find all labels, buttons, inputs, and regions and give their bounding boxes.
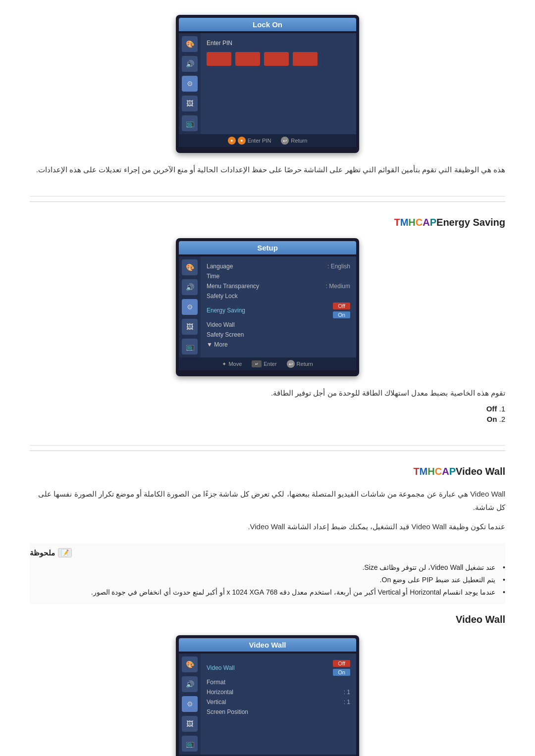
- vw-title-letter-M: M: [420, 466, 428, 477]
- setup-sidebar-icon-2: 🔊: [182, 279, 198, 295]
- video-wall-description2: عندما تكون وظيفة Video Wall قيد التشغيل،…: [30, 520, 505, 533]
- move-icon: ✦: [222, 361, 226, 367]
- menu-row-time: Time: [207, 271, 350, 281]
- energy-off-badge: Off: [333, 302, 350, 309]
- menu-transparency-label: Menu Transparency: [207, 283, 259, 290]
- menu-transparency-value: : Medium: [326, 283, 350, 290]
- vw-vertical-label: Vertical: [207, 699, 226, 706]
- menu-row-language: Language : English: [207, 261, 350, 271]
- note-title: 📝 ملحوظة: [30, 548, 505, 557]
- vw-format-label: Format: [207, 679, 225, 686]
- vw-title-letter-A: A: [442, 466, 449, 477]
- vw-sidebar-icon-1: 🎨: [182, 656, 198, 672]
- vw-horizontal-value: : 1: [344, 689, 350, 696]
- energy-saving-description: تقوم هذه الخاصية بضبط معدل استهلاك الطاق…: [30, 386, 505, 400]
- title-letter-A: A: [423, 217, 429, 228]
- pin-box-3: [264, 52, 289, 66]
- note-box: 📝 ملحوظة عند تشغيل Video Wall، لن تتوفر …: [30, 543, 505, 604]
- setup-title: Setup: [179, 241, 356, 254]
- vw-off-badge: Off: [333, 660, 350, 667]
- video-wall-tv-mockup: Video Wall 🎨 🔊 ⚙ 🖼 📺 Video Wall Off On: [176, 635, 359, 756]
- vw-sidebar-icon-5: 📺: [182, 736, 198, 752]
- option-off-label: Off: [486, 404, 497, 413]
- vw-sidebar-icon-2: 🔊: [182, 676, 198, 692]
- time-label: Time: [207, 273, 219, 280]
- setup-sidebar: 🎨 🔊 ⚙ 🖼 📺: [179, 256, 201, 357]
- video-wall-title: TMHCAPVideo Wall: [30, 466, 505, 477]
- move-btn: ✦ Move: [222, 360, 242, 368]
- energy-saving-options: Off .1 On .2: [30, 404, 505, 423]
- enter-pin-label-row: Enter PIN: [207, 38, 350, 48]
- video-wall-sub-title: Video Wall: [30, 614, 505, 625]
- pin-boxes-container: [207, 52, 350, 66]
- title-letter-C: C: [416, 217, 423, 228]
- note-item-3: عندما يوجد انقسام Horizontal أو Vertical…: [30, 586, 505, 599]
- vw-videowall-label: Video Wall: [207, 664, 235, 671]
- energy-saving-title-text: Energy Saving: [436, 217, 505, 228]
- video-wall-tv-title: Video Wall: [179, 638, 356, 652]
- return-btn-2: ↩ Return: [287, 360, 313, 368]
- option-on-label: On: [486, 415, 497, 423]
- pin-box-4: [293, 52, 318, 66]
- title-letter-M: M: [400, 217, 409, 228]
- enter-pin-btn-label: Enter PIN: [248, 138, 271, 144]
- option-on: On .2: [30, 415, 505, 423]
- btn-icon-1: ●: [228, 137, 236, 145]
- vw-menu-row-format: Format: [207, 677, 350, 687]
- btn-icon-2: ●: [238, 137, 246, 145]
- video-wall-title-text: Video Wall: [456, 466, 505, 477]
- menu-row-energy-saving: Energy Saving Off On: [207, 301, 350, 320]
- pin-boxes: [207, 52, 350, 66]
- menu-row-video-wall: Video Wall: [207, 320, 350, 330]
- enter-icon: ↵: [252, 360, 262, 367]
- setup-content: Language : English Time Menu Transparenc…: [201, 256, 356, 357]
- safety-screen-label: Safety Screen: [207, 331, 244, 338]
- lock-on-content: Enter PIN: [201, 33, 356, 134]
- sidebar-icon-2: 🔊: [182, 56, 198, 72]
- note-title-text: ملحوظة: [30, 549, 55, 557]
- sidebar-icon-5: 📺: [182, 115, 198, 131]
- title-letter-H: H: [408, 217, 415, 228]
- energy-saving-title: TMHCAPEnergy Saving: [30, 217, 505, 228]
- return-btn: ↩ Return: [281, 137, 307, 145]
- vw-footer: ✦ Move ↵ Enter ↩ Return: [179, 755, 356, 756]
- move-btn-label: Move: [228, 361, 242, 367]
- vw-sidebar-icon-3: ⚙: [182, 696, 198, 712]
- vw-title-letter-H: H: [428, 466, 434, 477]
- video-wall-menu-label: Video Wall: [207, 321, 235, 328]
- safety-lock-label: Safety Lock: [207, 293, 238, 300]
- vw-horizontal-label: Horizontal: [207, 689, 233, 696]
- note-item-2: يتم التعطيل عند ضبط PIP على وضع On.: [30, 574, 505, 586]
- return-btn-label: Return: [291, 138, 307, 144]
- return-icon-2: ↩: [287, 360, 295, 368]
- energy-saving-tv-mockup: Setup 🎨 🔊 ⚙ 🖼 📺 Language : English Time …: [176, 238, 359, 376]
- sidebar-icon-4: 🖼: [182, 96, 198, 111]
- enter-btn: ↵ Enter: [252, 360, 276, 368]
- setup-sidebar-icon-4: 🖼: [182, 319, 198, 335]
- vw-menu-row-vertical: Vertical : 1: [207, 697, 350, 707]
- lock-on-description: هذه هي الوظيفة التي تقوم بتأمين القوائم …: [30, 163, 505, 176]
- more-label: ▼ More: [207, 341, 228, 348]
- return-icon: ↩: [281, 137, 289, 145]
- divider-1: [30, 196, 505, 197]
- menu-row-safety-screen: Safety Screen: [207, 330, 350, 340]
- lock-on-title: Lock On: [179, 18, 356, 31]
- setup-sidebar-icon-3: ⚙: [182, 299, 198, 315]
- vw-menu-row-horizontal: Horizontal : 1: [207, 687, 350, 697]
- enter-btn-label: Enter: [264, 361, 276, 367]
- vw-title-letter-T: T: [413, 466, 419, 477]
- vw-menu-row-screen-position: Screen Position: [207, 707, 350, 717]
- setup-sidebar-icon-5: 📺: [182, 339, 198, 354]
- tv-sidebar-left: 🎨 🔊 ⚙ 🖼 📺: [179, 33, 201, 134]
- title-letter-P: P: [430, 217, 436, 228]
- vw-content: Video Wall Off On Format Horizontal : 1 …: [201, 654, 356, 755]
- language-value: : English: [327, 263, 350, 270]
- vw-title-letter-P: P: [449, 466, 456, 477]
- energy-saving-menu-label: Energy Saving: [207, 307, 245, 314]
- notes-list: عند تشغيل Video Wall، لن تتوفر وظائف Siz…: [30, 561, 505, 599]
- vw-sidebar: 🎨 🔊 ⚙ 🖼 📺: [179, 654, 201, 755]
- note-icon: 📝: [58, 548, 72, 557]
- sidebar-icon-3: ⚙: [182, 76, 198, 92]
- lock-on-footer: ● ● Enter PIN ↩ Return: [179, 134, 356, 147]
- energy-on-badge: On: [333, 311, 350, 318]
